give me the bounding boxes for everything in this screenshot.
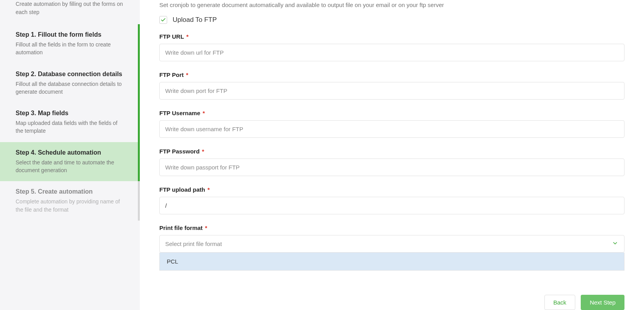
required-star: * [202, 148, 204, 155]
next-step-button[interactable]: Next Step [581, 295, 624, 310]
ftp-password-label: FTP Password* [159, 148, 624, 155]
required-star: * [207, 186, 210, 193]
required-star: * [186, 71, 188, 78]
step-title: Step 3. Map fields [16, 110, 122, 117]
file-format-option-pcl[interactable]: PCL [160, 253, 624, 270]
step-desc: Fillout all the fields in the form to cr… [16, 41, 122, 57]
upload-to-ftp-row: Upload To FTP [159, 16, 624, 24]
main-panel: Set cronjob to generate document automat… [140, 0, 644, 310]
step-4[interactable]: Step 4. Schedule automation Select the d… [0, 142, 140, 182]
required-star: * [205, 224, 207, 231]
sidebar-intro: Create automation by filling out the for… [0, 0, 140, 24]
page-subtitle: Set cronjob to generate document automat… [140, 0, 644, 12]
required-star: * [186, 33, 189, 40]
ftp-port-group: FTP Port* [159, 71, 624, 100]
ftp-port-input[interactable] [159, 82, 624, 100]
required-star: * [203, 110, 205, 116]
footer-actions: Back Next Step [140, 290, 644, 310]
upload-to-ftp-checkbox[interactable] [159, 16, 167, 24]
step-desc: Fillout all the database connection deta… [16, 80, 122, 96]
step-desc: Select the date and time to automate the… [16, 159, 122, 175]
ftp-url-label: FTP URL* [159, 33, 624, 40]
step-1[interactable]: Step 1. Fillout the form fields Fillout … [0, 24, 140, 64]
ftp-password-group: FTP Password* [159, 148, 624, 176]
file-format-dropdown: PCL [159, 253, 624, 271]
step-title: Step 4. Schedule automation [16, 149, 122, 156]
ftp-path-input[interactable] [159, 197, 624, 214]
check-icon [161, 17, 166, 23]
ftp-path-group: FTP upload path* [159, 186, 624, 214]
ftp-password-input[interactable] [159, 159, 624, 176]
ftp-username-input[interactable] [159, 120, 624, 138]
ftp-username-label: FTP Username* [159, 110, 624, 116]
ftp-path-label: FTP upload path* [159, 186, 624, 193]
upload-to-ftp-label: Upload To FTP [173, 16, 217, 24]
file-format-select[interactable]: Select print file format [159, 235, 624, 253]
ftp-url-input[interactable] [159, 44, 624, 61]
step-desc: Map uploaded data fields with the fields… [16, 119, 122, 135]
sidebar: Create automation by filling out the for… [0, 0, 140, 310]
file-format-label: Print file format* [159, 224, 624, 231]
step-3[interactable]: Step 3. Map fields Map uploaded data fie… [0, 103, 140, 142]
step-2[interactable]: Step 2. Database connection details Fill… [0, 64, 140, 103]
ftp-port-label: FTP Port* [159, 71, 624, 78]
step-title: Step 1. Fillout the form fields [16, 31, 122, 38]
file-format-group: Print file format* Select print file for… [159, 224, 624, 271]
back-button[interactable]: Back [544, 295, 575, 310]
step-title: Step 2. Database connection details [16, 71, 122, 78]
step-desc: Complete automation by providing name of… [16, 198, 122, 214]
form-scroll-area[interactable]: Upload To FTP FTP URL* FTP Port* FTP Use… [140, 12, 644, 290]
ftp-url-group: FTP URL* [159, 33, 624, 61]
step-title: Step 5. Create automation [16, 188, 122, 195]
ftp-username-group: FTP Username* [159, 110, 624, 138]
step-5[interactable]: Step 5. Create automation Complete autom… [0, 181, 140, 221]
file-format-select-display[interactable]: Select print file format [159, 235, 624, 253]
